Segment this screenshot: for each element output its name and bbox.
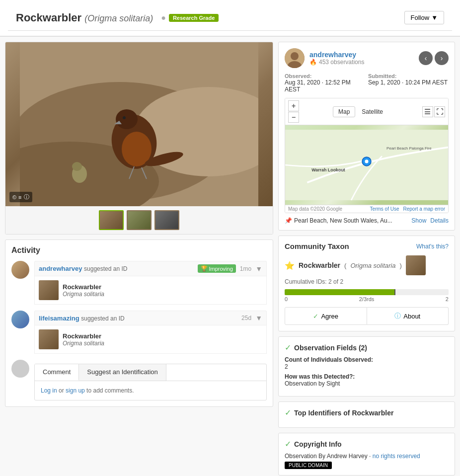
progress-labels: 0 2/3rds 2 bbox=[285, 296, 449, 302]
main-container: © ≡ ⓘ Activity bbox=[0, 37, 460, 476]
map-tab-map[interactable]: Map bbox=[333, 106, 355, 117]
observed-label-container: Observed: Aug 31, 2020 · 12:52 PM AEST bbox=[285, 73, 365, 93]
fire-icon: 🔥 bbox=[309, 59, 317, 66]
login-suffix: to add comments. bbox=[86, 387, 134, 394]
activity-action-2: suggested an ID bbox=[81, 315, 124, 322]
thumbnail-1[interactable] bbox=[99, 210, 124, 230]
research-grade-badge: Research Grade bbox=[169, 14, 219, 22]
next-observation-button[interactable]: › bbox=[435, 51, 449, 65]
progress-right: 2 bbox=[446, 296, 449, 302]
chevron-icon-1[interactable]: ▼ bbox=[255, 265, 262, 273]
chevron-down-icon: ▼ bbox=[431, 14, 438, 21]
activity-avatar-1 bbox=[11, 261, 29, 279]
id-card-2: Rockwarbler Origma solitaria bbox=[34, 325, 267, 354]
activity-badge-1: 🏆 Improving bbox=[198, 264, 236, 273]
bird-illustration bbox=[20, 42, 258, 206]
terms-link[interactable]: Terms of Use bbox=[370, 206, 399, 212]
activity-section: Activity andrewharvey suggested an ID bbox=[5, 239, 273, 407]
chevron-icon-2[interactable]: ▼ bbox=[255, 314, 262, 322]
map-expand-button[interactable]: ⛶ bbox=[434, 106, 445, 117]
id-thumbnail-2 bbox=[39, 329, 59, 349]
submitted-label-container: Submitted: Sep 1, 2020 · 10:24 PM AEST bbox=[368, 73, 449, 93]
top-identifiers-section: ✓ Top Identifiers of Rockwarbler bbox=[278, 401, 455, 428]
prev-observation-button[interactable]: ‹ bbox=[419, 51, 433, 65]
main-photo: © ≡ ⓘ bbox=[5, 42, 273, 206]
id-thumbnail-1 bbox=[39, 280, 59, 300]
or-text: or bbox=[59, 387, 66, 394]
field-value-1: 2 bbox=[285, 363, 449, 370]
scientific-name: (Origma solitaria) bbox=[84, 13, 153, 23]
observer-name[interactable]: andrewharvey bbox=[309, 51, 364, 59]
activity-item-2: lifeisamazing suggested an ID 25d ▼ bbox=[11, 311, 267, 354]
svg-text:Pearl Beach Palonga Fire: Pearl Beach Palonga Fire bbox=[386, 146, 432, 151]
submitted-date: Sep 1, 2020 · 10:24 PM AEST bbox=[368, 79, 449, 86]
details-link[interactable]: Details bbox=[430, 217, 449, 224]
progress-left: 0 bbox=[285, 296, 288, 302]
svg-text:Warrah Lookout: Warrah Lookout bbox=[311, 167, 345, 172]
rights-link[interactable]: no rights reserved bbox=[373, 453, 420, 460]
comment-tabs: Comment Suggest an Identification bbox=[35, 364, 266, 381]
login-link[interactable]: Log in bbox=[41, 387, 57, 394]
map-layers-button[interactable]: ☰ bbox=[422, 106, 433, 117]
report-link[interactable]: Report a map error bbox=[403, 206, 445, 212]
thumbnail-2[interactable] bbox=[127, 210, 152, 230]
activity-user-2[interactable]: lifeisamazing bbox=[39, 315, 79, 322]
copyright-header: ✓ Copyright Info bbox=[285, 439, 449, 449]
follow-button[interactable]: Follow ▼ bbox=[404, 11, 444, 24]
signup-link[interactable]: sign up bbox=[66, 387, 85, 394]
action-buttons: ✓ Agree ⓘ About bbox=[285, 307, 449, 325]
comment-login: Log in or sign up to add comments. bbox=[35, 381, 266, 400]
progress-mid: 2/3rds bbox=[359, 296, 375, 302]
map-zoom-out[interactable]: − bbox=[288, 112, 299, 123]
follow-label: Follow bbox=[411, 14, 430, 21]
location-row: 📌 Pearl Beach, New South Wales, Au... Sh… bbox=[285, 217, 449, 224]
progress-bar bbox=[285, 289, 449, 295]
community-section: Community Taxon What's this? ⭐ Rockwarbl… bbox=[278, 236, 455, 331]
location-links: Show Details bbox=[411, 217, 449, 224]
comment-tab[interactable]: Comment bbox=[35, 364, 79, 381]
location-pin-icon: 📌 bbox=[285, 217, 292, 224]
public-domain-badge: PUBLIC DOMAIN bbox=[285, 462, 332, 469]
show-link[interactable]: Show bbox=[411, 217, 426, 224]
comment-area: Comment Suggest an Identification Log in… bbox=[11, 360, 267, 400]
taxon-row: ⭐ Rockwarbler ( Origma solitaria ) bbox=[285, 255, 449, 275]
nav-arrows: ‹ › bbox=[419, 51, 449, 65]
copyright-text: Observation By Andrew Harvey · no rights… bbox=[285, 453, 449, 460]
identifiers-check-icon: ✓ bbox=[285, 408, 291, 417]
photo-license: © ≡ ⓘ bbox=[9, 192, 32, 202]
page-header: Rockwarbler (Origma solitaria) ● Researc… bbox=[0, 0, 460, 37]
thumbnail-3[interactable] bbox=[154, 210, 179, 230]
page-title: Rockwarbler (Origma solitaria) bbox=[16, 11, 153, 24]
top-identifiers-header: ✓ Top Identifiers of Rockwarbler bbox=[285, 408, 449, 417]
obs-fields-header: ✓ Observation Fields (2) bbox=[285, 343, 449, 352]
about-button[interactable]: ⓘ About bbox=[367, 307, 449, 325]
whatsthis-link[interactable]: What's this? bbox=[416, 243, 449, 250]
comment-box: Comment Suggest an Identification Log in… bbox=[34, 364, 267, 400]
activity-header-2: lifeisamazing suggested an ID 25d ▼ bbox=[34, 311, 267, 325]
right-panel: andrewharvey 🔥 453 observations ‹ › Obse… bbox=[278, 42, 455, 476]
map-container: + − Map Satellite ☰ ⛶ bbox=[285, 98, 449, 213]
taxon-star-icon: ⭐ bbox=[285, 261, 295, 270]
svg-point-21 bbox=[365, 159, 368, 163]
activity-content-1: andrewharvey suggested an ID 🏆 Improving… bbox=[34, 261, 267, 305]
left-panel: © ≡ ⓘ Activity bbox=[5, 42, 273, 476]
anon-avatar bbox=[11, 360, 29, 378]
activity-title: Activity bbox=[11, 246, 267, 255]
observed-date: Aug 31, 2020 · 12:52 PM AEST bbox=[285, 79, 365, 93]
map-zoom-in[interactable]: + bbox=[288, 100, 299, 111]
map-body[interactable]: Warrah Lookout Pearl Beach Palonga Fire bbox=[285, 125, 448, 205]
id-scientific-1: Origma solitaria bbox=[63, 291, 104, 298]
progress-section: 0 2/3rds 2 bbox=[285, 289, 449, 302]
nd-icon: ≡ bbox=[18, 194, 21, 200]
fields-check-icon: ✓ bbox=[285, 343, 291, 352]
map-attribution: Map data ©2020 Google Terms of Use Repor… bbox=[285, 205, 448, 213]
activity-user-1[interactable]: andrewharvey bbox=[39, 265, 82, 272]
field-label-1: Count of Individuals Observed: bbox=[285, 356, 449, 363]
activity-content-2: lifeisamazing suggested an ID 25d ▼ bbox=[34, 311, 267, 354]
observer-avatar bbox=[285, 48, 305, 68]
observer-info: andrewharvey 🔥 453 observations bbox=[285, 48, 364, 68]
suggest-id-tab[interactable]: Suggest an Identification bbox=[79, 364, 166, 381]
taxon-name: Rockwarbler bbox=[299, 261, 340, 269]
agree-button[interactable]: ✓ Agree bbox=[285, 307, 367, 325]
map-tab-satellite[interactable]: Satellite bbox=[356, 106, 388, 117]
